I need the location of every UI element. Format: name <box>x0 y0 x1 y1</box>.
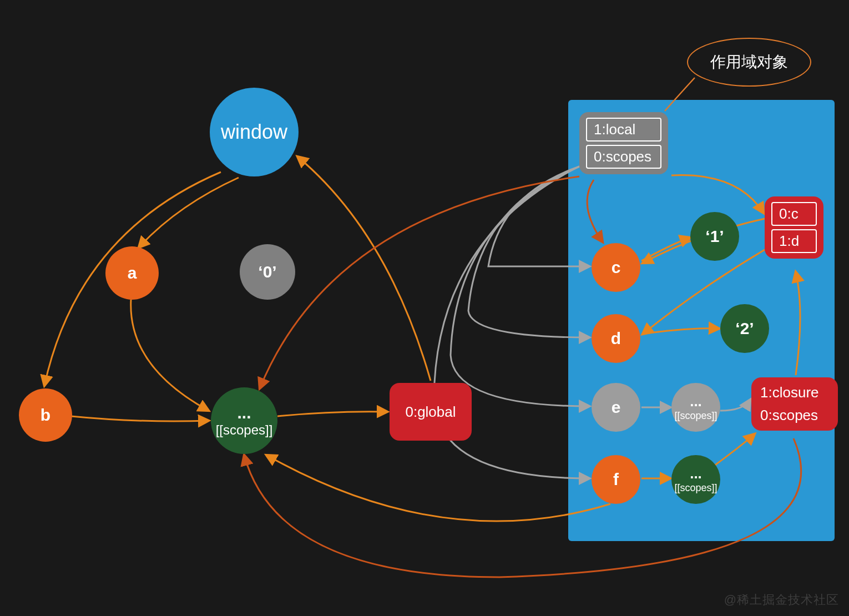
node-d: d <box>592 314 640 363</box>
node-window-label: window <box>221 120 287 144</box>
node-e: e <box>592 383 640 432</box>
node-a: a <box>105 246 159 300</box>
node-one: ‘1’ <box>690 212 739 261</box>
node-zero-label: ‘0’ <box>258 262 276 281</box>
scope-cell-local: 1:local <box>586 118 661 142</box>
closure-scope-cell-closure: 1:closure <box>758 383 831 402</box>
node-two-label: ‘2’ <box>735 319 754 338</box>
node-e-label: e <box>612 398 621 417</box>
node-scopes-f-dots: ... <box>690 466 702 482</box>
node-scopes-main-label: [[scopes]] <box>216 422 273 438</box>
node-window: window <box>210 88 299 176</box>
node-scopes-e-label: [[scopes]] <box>674 410 717 422</box>
node-scopes-main-dots: ... <box>237 403 251 423</box>
callout-scope-object: 作用域对象 <box>687 38 811 87</box>
watermark: @稀土掘金技术社区 <box>724 592 839 608</box>
scope-stack-box: 1:local 0:scopes <box>579 112 668 174</box>
node-two: ‘2’ <box>720 304 769 353</box>
closure-vars-box: 0:c 1:d <box>765 196 823 259</box>
node-scopes-e: ... [[scopes]] <box>671 383 720 432</box>
node-c-label: c <box>612 258 621 277</box>
node-f-label: f <box>613 470 619 489</box>
node-one-label: ‘1’ <box>705 227 724 246</box>
closure-cell-d: 1:d <box>771 229 817 253</box>
node-scopes-f-label: [[scopes]] <box>674 482 717 494</box>
node-scopes-f: ... [[scopes]] <box>671 455 720 504</box>
node-scopes-e-dots: ... <box>690 393 702 410</box>
node-a-label: a <box>128 264 137 282</box>
closure-scope-cell-scopes: 0:scopes <box>758 406 831 425</box>
node-global: 0:global <box>390 383 472 441</box>
node-b-label: b <box>41 406 50 425</box>
closure-scope-box: 1:closure 0:scopes <box>751 377 838 431</box>
node-d-label: d <box>611 329 621 348</box>
node-global-label: 0:global <box>405 403 456 421</box>
scope-cell-scopes: 0:scopes <box>586 145 661 169</box>
callout-label: 作用域对象 <box>710 52 788 73</box>
closure-cell-c: 0:c <box>771 202 817 226</box>
node-f: f <box>592 455 640 504</box>
node-c: c <box>592 243 640 292</box>
node-zero: ‘0’ <box>240 244 295 300</box>
node-scopes-main: ... [[scopes]] <box>211 387 277 454</box>
node-b: b <box>19 388 72 442</box>
